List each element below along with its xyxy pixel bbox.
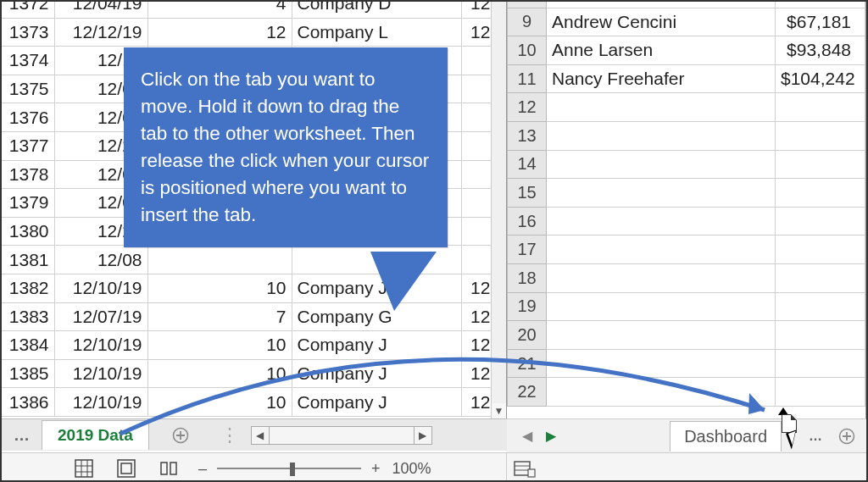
- cell-name[interactable]: [547, 235, 776, 264]
- zoom-value[interactable]: 100%: [392, 460, 431, 478]
- cell-date[interactable]: 12/04/19: [54, 2, 147, 18]
- row-header[interactable]: 15: [508, 179, 547, 208]
- page-layout-view-icon[interactable]: [114, 457, 139, 479]
- cell-name[interactable]: [547, 349, 776, 378]
- cell-amount[interactable]: [776, 349, 865, 378]
- zoom-slider[interactable]: – +: [198, 460, 381, 478]
- vertical-scrollbar[interactable]: ▼: [491, 2, 506, 418]
- cell-company[interactable]: Company L: [292, 18, 462, 47]
- tab-nav-prev-icon[interactable]: ◀: [515, 428, 539, 444]
- cell-amount[interactable]: $93,848: [776, 36, 865, 65]
- more-tabs-icon[interactable]: …: [2, 426, 42, 445]
- cell-qty[interactable]: 10: [147, 331, 292, 360]
- cell-name[interactable]: [547, 207, 776, 235]
- row-header[interactable]: 22: [508, 378, 547, 407]
- normal-view-icon[interactable]: [71, 457, 97, 479]
- cell-company[interactable]: Company J: [292, 359, 462, 388]
- row-header[interactable]: 9: [508, 8, 547, 36]
- row-header[interactable]: 18: [508, 263, 547, 292]
- cell-amount[interactable]: [776, 93, 865, 122]
- cell-date[interactable]: 12/10/19: [54, 388, 147, 417]
- cell-amount[interactable]: [776, 150, 865, 179]
- table-row[interactable]: 21: [508, 349, 865, 378]
- table-row[interactable]: 19: [508, 292, 865, 321]
- horizontal-scrollbar[interactable]: ◀ ▶: [251, 426, 432, 445]
- cell-name[interactable]: [547, 121, 776, 150]
- cell-qty[interactable]: 12: [147, 18, 292, 47]
- row-header[interactable]: 21: [508, 349, 547, 378]
- cell-name[interactable]: [547, 93, 776, 122]
- sheet-tab-active[interactable]: 2019 Data: [42, 420, 149, 450]
- new-sheet-button[interactable]: [166, 424, 195, 447]
- cell-date[interactable]: 12/10/19: [54, 359, 147, 388]
- cell-name[interactable]: [547, 150, 776, 179]
- table-row[interactable]: 137212/04/194Company D123: [2, 2, 506, 18]
- zoom-thumb[interactable]: [290, 463, 295, 476]
- table-row[interactable]: 16: [508, 207, 865, 235]
- cell-date[interactable]: 12/07/19: [54, 302, 147, 331]
- row-header[interactable]: 16: [508, 207, 547, 235]
- table-row[interactable]: 20: [508, 321, 865, 350]
- row-header[interactable]: 20: [508, 321, 547, 350]
- table-row[interactable]: 138412/10/1910Company J123: [2, 331, 506, 360]
- cell-qty[interactable]: 4: [147, 2, 292, 18]
- cell-amount[interactable]: [776, 207, 865, 235]
- cell-amount[interactable]: [776, 2, 865, 8]
- table-row[interactable]: 18: [508, 263, 865, 292]
- cell-name[interactable]: [547, 179, 776, 208]
- cell-date[interactable]: 12/12/19: [54, 18, 147, 47]
- row-header[interactable]: [508, 2, 547, 8]
- more-tabs-icon[interactable]: …: [802, 429, 829, 444]
- row-header[interactable]: 13: [508, 121, 547, 150]
- cell-name[interactable]: [547, 292, 776, 321]
- cell-name[interactable]: [547, 263, 776, 292]
- cell-amount[interactable]: [776, 321, 865, 350]
- page-break-view-icon[interactable]: [156, 457, 181, 479]
- new-sheet-button[interactable]: [834, 424, 860, 449]
- cell-date[interactable]: 12/08: [54, 246, 147, 274]
- row-header[interactable]: 14: [508, 150, 547, 179]
- scroll-left-icon[interactable]: ◀: [251, 426, 270, 445]
- cell-qty[interactable]: 10: [147, 359, 292, 388]
- cell-name[interactable]: [547, 321, 776, 350]
- cell-company[interactable]: Company J: [292, 388, 462, 417]
- cell-amount[interactable]: [776, 292, 865, 321]
- table-row[interactable]: 11Nancy Freehafer$104,242: [508, 64, 865, 93]
- table-row[interactable]: 22: [508, 378, 865, 407]
- tab-splitter-grip[interactable]: ⋮: [212, 424, 248, 446]
- table-row[interactable]: 15: [508, 179, 865, 208]
- sheet-tab-dashboard[interactable]: Dashboard: [670, 421, 782, 452]
- cell-amount[interactable]: $67,181: [776, 8, 865, 36]
- row-header[interactable]: 10: [508, 36, 547, 65]
- scroll-down-icon[interactable]: ▼: [492, 403, 506, 418]
- cell-amount[interactable]: [776, 378, 865, 407]
- cell-qty[interactable]: [147, 246, 292, 274]
- cell-company[interactable]: Company D: [292, 2, 462, 18]
- table-row[interactable]: 137312/12/1912Company L123: [2, 18, 506, 47]
- zoom-in-icon[interactable]: +: [371, 460, 381, 478]
- cell-amount[interactable]: [776, 121, 865, 150]
- cell-amount[interactable]: $104,242: [776, 64, 865, 93]
- table-row[interactable]: 12: [508, 93, 865, 122]
- row-header[interactable]: 12: [508, 93, 547, 122]
- row-header[interactable]: 17: [508, 235, 547, 264]
- cell-qty[interactable]: 7: [147, 302, 292, 331]
- cell-name[interactable]: [547, 2, 776, 8]
- table-row[interactable]: 13: [508, 121, 865, 150]
- scroll-right-icon[interactable]: ▶: [414, 426, 432, 445]
- table-row[interactable]: 138612/10/1910Company J123: [2, 388, 506, 417]
- table-row[interactable]: 14: [508, 150, 865, 179]
- table-row[interactable]: 17: [508, 235, 865, 264]
- zoom-out-icon[interactable]: –: [198, 460, 207, 478]
- table-row[interactable]: [508, 2, 865, 8]
- cell-name[interactable]: [547, 378, 776, 407]
- cell-amount[interactable]: [776, 263, 865, 292]
- tab-nav-next-icon[interactable]: ▶: [539, 428, 563, 444]
- table-row[interactable]: 138512/10/1910Company J123: [2, 359, 506, 388]
- cell-name[interactable]: Anne Larsen: [547, 36, 776, 65]
- table-row[interactable]: 10Anne Larsen$93,848: [508, 36, 865, 65]
- cell-date[interactable]: 12/10/19: [54, 331, 147, 360]
- cell-date[interactable]: 12/10/19: [54, 274, 147, 302]
- cell-amount[interactable]: [776, 179, 865, 208]
- row-header[interactable]: 19: [508, 292, 547, 321]
